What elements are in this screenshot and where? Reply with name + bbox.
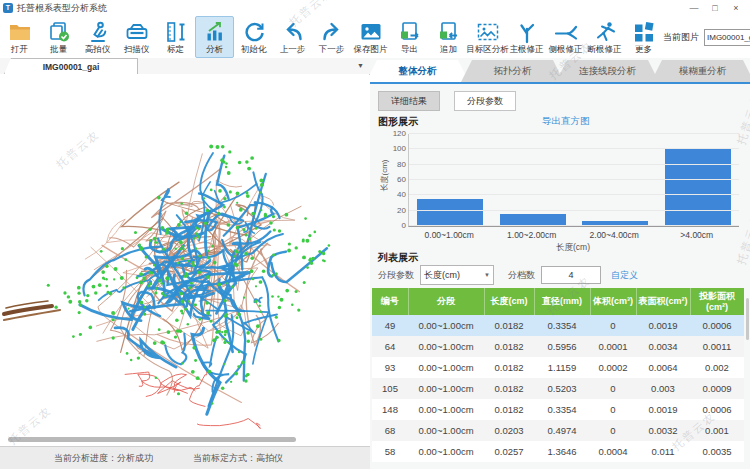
current-image-dropdown[interactable]: IMG00001_gai ▼ — [704, 29, 750, 46]
table-cell: 0.4974 — [534, 420, 590, 441]
save-image-icon — [359, 20, 383, 44]
x-tick-label: 0.00~1.00cm — [408, 230, 491, 240]
table-cell: 49 — [372, 315, 408, 336]
gridline: 0 — [409, 225, 739, 226]
column-header: 直径(mm) — [534, 288, 590, 315]
table-cell: 0.0182 — [484, 399, 534, 420]
table-cell: 0.0032 — [636, 420, 690, 441]
toolbar-button-batch-docs[interactable]: 批量 — [39, 16, 78, 58]
toolbar-button-label: 标定 — [167, 45, 184, 54]
toolbar-button-main-root-fix[interactable]: 主根修正 — [507, 16, 546, 58]
table-row[interactable]: 640.00~1.00cm0.01820.59560.00010.00340.0… — [372, 336, 744, 357]
customize-link[interactable]: 自定义 — [611, 269, 638, 282]
bar-slot — [409, 199, 492, 226]
broken-root-fix-icon — [593, 20, 617, 44]
toolbar-button-analyze-chart[interactable]: 分析 — [195, 16, 234, 58]
table-cell: 0.0182 — [484, 336, 534, 357]
more-grid-icon — [632, 20, 656, 44]
table-row[interactable]: 490.00~1.00cm0.01820.335400.00190.0006 — [372, 315, 744, 336]
tab-analysis-1[interactable]: 整体分析 — [366, 60, 469, 82]
table-cell: 0.5203 — [534, 378, 590, 399]
close-button[interactable]: × — [730, 3, 742, 13]
table-row[interactable]: 580.00~1.00cm0.02571.36460.00040.0110.00… — [372, 441, 744, 462]
toolbar-button-lateral-root-fix[interactable]: 侧根修正 — [546, 16, 585, 58]
root-system-image — [0, 74, 369, 446]
toolbar-button-open-folder[interactable]: 打开 — [0, 16, 39, 58]
table-cell: 0.00~1.00cm — [408, 315, 484, 336]
y-tick-label: 100 — [393, 144, 406, 153]
toolbar-button-broken-root-fix[interactable]: 断根修正 — [585, 16, 624, 58]
toolbar-button-doc-camera[interactable]: 高拍仪 — [78, 16, 117, 58]
toolbar-button-label: 断根修正 — [588, 45, 622, 54]
table-cell: 0.0035 — [690, 441, 744, 462]
table-row[interactable]: 1480.00~1.00cm0.01820.335400.00190.0006 — [372, 399, 744, 420]
tab-list-chevron-icon[interactable]: ▼ — [357, 62, 364, 69]
table-cell: 0 — [590, 378, 636, 399]
image-tab[interactable]: IMG00001_gai — [4, 58, 138, 74]
detail-result-button[interactable]: 详细结果 — [378, 91, 440, 111]
bin-count-input[interactable] — [541, 266, 601, 284]
export-histogram-link[interactable]: 导出直方图 — [542, 115, 590, 128]
table-cell: 0 — [590, 315, 636, 336]
toolbar-button-scanner[interactable]: 扫描仪 — [117, 16, 156, 58]
tab-analysis-3[interactable]: 连接线段分析 — [556, 60, 659, 82]
scanner-icon — [125, 20, 149, 44]
segment-param-select[interactable]: 长度(cm) ▼ — [420, 265, 494, 285]
column-header: 表面积(cm²) — [636, 288, 690, 315]
toolbar-button-label: 侧根修正 — [549, 45, 583, 54]
toolbar-button-label: 分析 — [206, 45, 223, 54]
table-cell: 0.001 — [690, 420, 744, 441]
vertical-scrollbar[interactable] — [746, 298, 749, 340]
toolbar-button-export-doc[interactable]: 导出 — [390, 16, 429, 58]
gridline: 60 — [409, 179, 739, 180]
table-cell: 0.0006 — [690, 399, 744, 420]
maximize-button[interactable]: □ — [709, 3, 721, 13]
list-section-label: 列表展示 — [378, 251, 418, 265]
table-row[interactable]: 930.00~1.00cm0.01821.11590.00020.00640.0… — [372, 357, 744, 378]
table-row[interactable]: 680.00~1.00cm0.02030.497400.00320.001 — [372, 420, 744, 441]
toolbar-button-label: 保存图片 — [354, 45, 388, 54]
root-image-canvas[interactable] — [0, 74, 369, 446]
toolbar-button-append-doc[interactable]: 追加 — [429, 16, 468, 58]
bin-count-label: 分档数 — [508, 269, 535, 282]
gridline: 120 — [409, 133, 739, 134]
column-header: 投影面积(cm²) — [690, 288, 744, 315]
minimize-button[interactable]: — — [688, 3, 700, 13]
table-cell: 0.0182 — [484, 378, 534, 399]
app-logo-icon: T — [3, 3, 13, 13]
export-doc-icon — [398, 20, 422, 44]
segment-param-button[interactable]: 分段参数 — [454, 91, 516, 111]
table-cell: 64 — [372, 336, 408, 357]
table-cell: 0.5956 — [534, 336, 590, 357]
toolbar-button-redo-arrow[interactable]: 下一步 — [312, 16, 351, 58]
table-cell: 0.0257 — [484, 441, 534, 462]
status-bar: 当前分析进度：分析成功 当前标定方式：高拍仪 — [0, 446, 370, 469]
toolbar-button-reset-refresh[interactable]: 初始化 — [234, 16, 273, 58]
undo-arrow-icon — [281, 20, 305, 44]
tab-analysis-4[interactable]: 模糊重分析 — [651, 60, 750, 82]
bar-0.00~1.00cm — [417, 199, 483, 226]
toolbar-button-undo-arrow[interactable]: 上一步 — [273, 16, 312, 58]
table-cell: 0.00~1.00cm — [408, 399, 484, 420]
chevron-down-icon: ▼ — [484, 272, 490, 278]
table-row[interactable]: 1050.00~1.00cm0.01820.520300.0030.0009 — [372, 378, 744, 399]
batch-docs-icon — [47, 20, 71, 44]
toolbar-button-label: 目标区分析 — [466, 45, 509, 54]
tab-analysis-2[interactable]: 拓扑分析 — [461, 60, 564, 82]
horizontal-scrollbar[interactable] — [8, 437, 296, 442]
calibration-status: 当前标定方式：高拍仪 — [193, 452, 283, 465]
gridline: 80 — [409, 164, 739, 165]
table-cell: 0.0009 — [690, 378, 744, 399]
y-tick-label: 20 — [397, 205, 406, 214]
analyze-chart-icon — [203, 20, 227, 44]
app-window: { "window": { "title": "托普根系表型分析系统", "co… — [0, 0, 750, 469]
toolbar-button-more-grid[interactable]: 更多 — [624, 16, 663, 58]
toolbar-button-region-analysis[interactable]: 目标区分析 — [468, 16, 507, 58]
table-header-row: 编号分段长度(cm)直径(mm)体积(cm³)表面积(cm²)投影面积(cm²) — [372, 288, 744, 315]
toolbar-button-save-image[interactable]: 保存图片 — [351, 16, 390, 58]
table-cell: 58 — [372, 441, 408, 462]
toolbar-button-label: 更多 — [635, 45, 652, 54]
toolbar-button-calibrate-ruler[interactable]: 标定 — [156, 16, 195, 58]
y-axis-label: 长度(cm) — [379, 156, 390, 196]
table-cell: 1.1159 — [534, 357, 590, 378]
